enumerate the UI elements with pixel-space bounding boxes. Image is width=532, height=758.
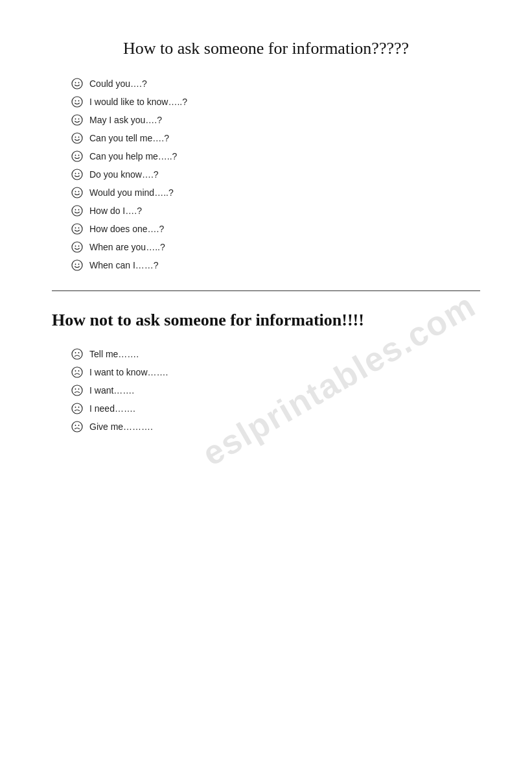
section-divider <box>52 290 480 291</box>
list-item: How does one….? <box>71 223 480 235</box>
svg-point-11 <box>78 137 80 138</box>
item-text: How do I….? <box>89 206 142 216</box>
section-2: How not to ask someone for information!!… <box>52 311 480 432</box>
svg-point-0 <box>72 78 82 89</box>
item-text: Can you tell me….? <box>89 133 169 143</box>
svg-point-18 <box>72 187 82 198</box>
svg-point-22 <box>75 209 76 211</box>
list-item: Can you tell me….? <box>71 132 480 144</box>
section-1: How to ask someone for information????? … <box>52 39 480 271</box>
svg-point-24 <box>72 224 82 234</box>
list-item: I want……. <box>71 385 480 396</box>
item-text: When can I……? <box>89 260 159 270</box>
svg-point-29 <box>78 246 80 247</box>
item-text: Can you help me…..? <box>89 151 177 161</box>
svg-point-21 <box>72 206 82 216</box>
svg-point-35 <box>78 352 80 353</box>
frown-icon <box>71 385 83 396</box>
frown-icon <box>71 366 83 378</box>
item-text: Would you mind…..? <box>89 187 174 198</box>
svg-point-15 <box>72 169 82 180</box>
svg-point-47 <box>78 425 80 426</box>
smile-icon <box>71 187 83 198</box>
svg-point-10 <box>75 137 76 138</box>
list-item: When can I……? <box>71 259 480 271</box>
frown-icon <box>71 421 83 432</box>
svg-point-7 <box>75 119 76 120</box>
svg-point-19 <box>75 191 76 193</box>
list-item: Tell me……. <box>71 348 480 360</box>
list-item: When are you…..? <box>71 241 480 253</box>
smile-icon <box>71 114 83 126</box>
smile-icon <box>71 132 83 144</box>
page: eslprintables.com How to ask someone for… <box>0 0 532 758</box>
svg-point-27 <box>72 242 82 252</box>
list-item: How do I….? <box>71 205 480 217</box>
item-text: May I ask you….? <box>89 115 162 125</box>
svg-point-3 <box>72 97 82 107</box>
svg-point-33 <box>72 349 82 359</box>
item-text: Tell me……. <box>89 349 139 359</box>
frown-icon <box>71 403 83 414</box>
svg-point-17 <box>78 173 80 174</box>
smile-icon <box>71 205 83 217</box>
smile-icon <box>71 169 83 180</box>
svg-point-32 <box>78 264 80 265</box>
svg-point-25 <box>75 228 76 229</box>
svg-point-14 <box>78 155 80 156</box>
svg-point-5 <box>78 101 80 102</box>
svg-point-16 <box>75 173 76 174</box>
list-item: Would you mind…..? <box>71 187 480 198</box>
list-item: I want to know……. <box>71 366 480 378</box>
svg-point-45 <box>72 421 82 432</box>
list-item: I need……. <box>71 403 480 414</box>
list-item: Can you help me…..? <box>71 150 480 162</box>
svg-point-34 <box>75 352 76 353</box>
svg-point-38 <box>78 370 80 372</box>
list-item: Could you….? <box>71 78 480 89</box>
item-text: I need……. <box>89 403 135 414</box>
svg-point-31 <box>75 264 76 265</box>
item-text: Could you….? <box>89 78 147 89</box>
svg-point-26 <box>78 228 80 229</box>
svg-point-36 <box>72 367 82 377</box>
svg-point-39 <box>72 385 82 396</box>
smile-icon <box>71 78 83 89</box>
smile-icon <box>71 241 83 253</box>
svg-point-28 <box>75 246 76 247</box>
svg-point-8 <box>78 119 80 120</box>
smile-icon <box>71 223 83 235</box>
svg-point-46 <box>75 425 76 426</box>
svg-point-6 <box>72 115 82 125</box>
svg-point-9 <box>72 133 82 143</box>
svg-point-23 <box>78 209 80 211</box>
smile-icon <box>71 96 83 108</box>
svg-point-37 <box>75 370 76 372</box>
list-item: May I ask you….? <box>71 114 480 126</box>
item-text: I want to know……. <box>89 367 168 377</box>
item-text: How does one….? <box>89 224 164 234</box>
svg-point-40 <box>75 388 76 390</box>
svg-point-41 <box>78 388 80 390</box>
svg-point-4 <box>75 101 76 102</box>
svg-point-1 <box>75 82 76 84</box>
list-item: I would like to know…..? <box>71 96 480 108</box>
svg-point-30 <box>72 260 82 270</box>
frown-icon <box>71 348 83 360</box>
section-1-list: Could you….? I would like to know…..? Ma… <box>71 78 480 271</box>
svg-point-43 <box>75 407 76 408</box>
item-text: I want……. <box>89 385 134 396</box>
section-1-title: How to ask someone for information????? <box>52 39 480 58</box>
item-text: Give me………. <box>89 421 153 432</box>
item-text: I would like to know…..? <box>89 97 187 107</box>
smile-icon <box>71 150 83 162</box>
svg-point-12 <box>72 151 82 161</box>
section-2-title: How not to ask someone for information!!… <box>52 311 480 330</box>
list-item: Give me………. <box>71 421 480 432</box>
item-text: When are you…..? <box>89 242 165 252</box>
list-item: Do you know….? <box>71 169 480 180</box>
smile-icon <box>71 259 83 271</box>
svg-point-42 <box>72 403 82 414</box>
svg-point-2 <box>78 82 80 84</box>
svg-point-20 <box>78 191 80 193</box>
